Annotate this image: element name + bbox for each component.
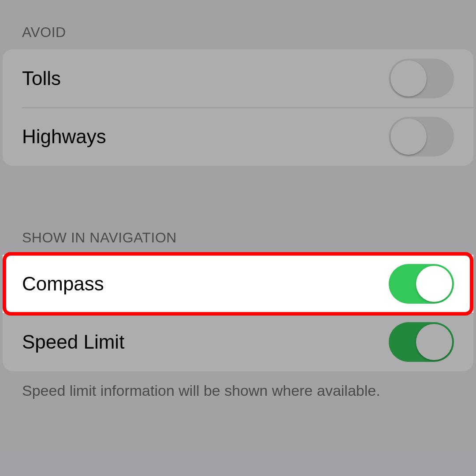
highways-row[interactable]: Highways [3, 108, 473, 166]
highways-toggle[interactable] [389, 117, 454, 156]
settings-screen: AVOID Tolls Highways SHOW IN NAVIGATION … [0, 0, 476, 401]
toggle-knob [390, 60, 427, 97]
speed-limit-label: Speed Limit [22, 331, 124, 353]
tolls-label: Tolls [22, 67, 61, 89]
compass-row-highlight-panel: Compass [3, 255, 473, 313]
highways-label: Highways [22, 126, 106, 148]
speed-limit-toggle[interactable] [389, 322, 454, 362]
tolls-row[interactable]: Tolls [3, 49, 473, 108]
avoid-group: Tolls Highways [3, 49, 473, 166]
show-in-navigation-header: SHOW IN NAVIGATION [0, 230, 476, 255]
speed-limit-footer: Speed limit information will be shown wh… [0, 371, 476, 401]
toggle-knob [390, 119, 427, 155]
toggle-knob [416, 324, 452, 360]
avoid-section-header: AVOID [0, 24, 476, 49]
speed-limit-row[interactable]: Speed Limit [3, 313, 473, 371]
tolls-toggle[interactable] [389, 59, 454, 98]
